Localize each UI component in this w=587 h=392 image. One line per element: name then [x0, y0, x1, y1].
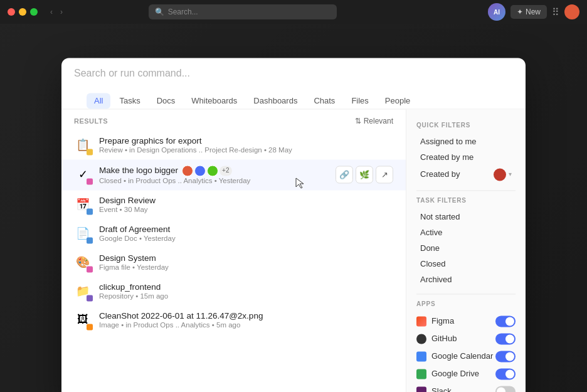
app-icon-slack: [416, 386, 426, 392]
assignee-avatar: [194, 165, 206, 176]
tab-docs[interactable]: Docs: [149, 93, 183, 109]
tab-all[interactable]: All: [87, 93, 110, 109]
nav-arrows: ‹ ›: [48, 6, 65, 18]
filter-closed[interactable]: Closed: [416, 256, 516, 272]
result-icon: 🎨: [74, 253, 92, 271]
result-title: clickup_frontend: [99, 282, 393, 292]
app-name-slack: Slack: [431, 386, 452, 392]
search-icon: 🔍: [155, 8, 164, 16]
sort-button[interactable]: ⇅ Relevant: [355, 117, 393, 125]
result-icon-badge: [87, 208, 93, 215]
tab-people[interactable]: People: [378, 93, 418, 109]
result-meta: Figma file • Yesterday: [99, 263, 393, 271]
result-item[interactable]: 📅Design ReviewEvent • 30 May: [61, 190, 406, 219]
traffic-lights: [8, 8, 38, 16]
search-input[interactable]: [74, 68, 513, 88]
app-name-gdrive: Google Drive: [431, 369, 479, 378]
grid-icon[interactable]: ⠿: [552, 6, 559, 18]
app-toggle-figma[interactable]: [495, 315, 516, 327]
app-icon-gdrive: [416, 369, 426, 379]
result-icon-badge: [87, 324, 93, 330]
quick-filters-label: QUICK FILTERS: [416, 122, 516, 129]
filter-created-by[interactable]: Created by ▾: [416, 165, 516, 184]
results-list: 📋Prepare graphics for exportReview • in …: [61, 130, 406, 334]
new-button[interactable]: ✦ New: [510, 5, 547, 19]
filter-done[interactable]: Done: [416, 240, 516, 256]
back-arrow[interactable]: ‹: [48, 6, 55, 18]
app-label-gcal: Google Calendar: [416, 351, 493, 361]
task-filters-label: TASK FILTERS: [416, 197, 516, 204]
app-name-gcal: Google Calendar: [431, 351, 493, 361]
filter-assigned-to-me[interactable]: Assigned to me: [416, 134, 516, 149]
tab-whiteboards[interactable]: Whiteboards: [184, 93, 245, 109]
star-icon: ✦: [517, 8, 523, 16]
result-icon: 📁: [74, 282, 92, 300]
result-title: Prepare graphics for export: [99, 136, 393, 146]
result-title: Draft of Agreement: [99, 225, 393, 234]
tab-dashboards[interactable]: Dashboards: [246, 93, 305, 109]
result-icon-badge: [87, 149, 93, 155]
result-item[interactable]: 🖼CleanShot 2022-06-01 at 11.26.47@2x.png…: [61, 305, 406, 334]
app-toggle-github[interactable]: [495, 333, 516, 344]
result-actions: 🔗🌿↗: [336, 166, 393, 183]
result-icon: 🖼: [74, 311, 92, 329]
app-toggle-gcal[interactable]: [495, 351, 516, 362]
close-button[interactable]: [8, 8, 15, 16]
minimize-button[interactable]: [19, 8, 26, 16]
result-icon: 📅: [74, 196, 92, 213]
filter-archived[interactable]: Archived: [416, 272, 516, 287]
result-title: Design Review: [99, 196, 393, 205]
chevron-down-icon: ▾: [509, 171, 512, 177]
app-name-figma: Figma: [431, 316, 454, 326]
tab-files[interactable]: Files: [344, 93, 376, 109]
app-label-gdrive: Google Drive: [416, 369, 479, 379]
app-label-github: GitHub: [416, 334, 457, 344]
app-toggle-gdrive[interactable]: [495, 368, 516, 379]
forward-arrow[interactable]: ›: [58, 6, 65, 18]
search-placeholder: Search...: [168, 8, 198, 16]
avatar-count: +2: [219, 166, 231, 176]
app-toggle-slack[interactable]: [495, 386, 516, 392]
search-modal: AllTasksDocsWhiteboardsDashboardsChatsFi…: [61, 58, 526, 392]
result-content: Design ReviewEvent • 30 May: [99, 196, 393, 213]
title-search-bar[interactable]: 🔍 Search...: [149, 4, 337, 19]
result-meta: Image • in Product Ops .. Analytics • 5m…: [99, 321, 393, 329]
result-item[interactable]: 📁clickup_frontendRepository • 15m ago: [61, 277, 406, 305]
results-label: RESULTS: [74, 117, 108, 125]
ai-badge[interactable]: AI: [488, 3, 505, 21]
result-icon-badge: [87, 237, 93, 243]
result-icon: ✓: [74, 166, 92, 183]
tab-tasks[interactable]: Tasks: [112, 93, 147, 109]
open-button[interactable]: ↗: [376, 166, 393, 183]
app-icon-gcal: [416, 351, 426, 361]
result-icon-badge: [87, 295, 93, 301]
filters-panel: QUICK FILTERS Assigned to me Created by …: [406, 109, 526, 392]
result-meta: Google Doc • Yesterday: [99, 235, 393, 242]
result-content: clickup_frontendRepository • 15m ago: [99, 282, 393, 300]
modal-search-area: AllTasksDocsWhiteboardsDashboardsChatsFi…: [61, 58, 526, 109]
maximize-button[interactable]: [30, 8, 38, 16]
result-item[interactable]: 🎨Design SystemFigma file • Yesterday: [61, 248, 406, 277]
result-content: Prepare graphics for exportReview • in D…: [99, 136, 393, 154]
filter-not-started[interactable]: Not started: [416, 209, 516, 225]
result-meta: Review • in Design Operations .. Project…: [99, 146, 393, 154]
app-icon-github: [416, 334, 426, 344]
copy-link-button[interactable]: 🔗: [336, 166, 353, 183]
app-row-figma: Figma: [416, 312, 516, 330]
app-row-gcal: Google Calendar: [416, 347, 516, 365]
result-icon-badge: [87, 266, 93, 272]
filter-active[interactable]: Active: [416, 225, 516, 240]
assignee-avatars: +2: [182, 165, 231, 176]
branch-button[interactable]: 🌿: [356, 166, 373, 183]
result-title: Make the logo bigger+2: [99, 165, 336, 176]
tab-chats[interactable]: Chats: [306, 93, 342, 109]
filter-created-by-me[interactable]: Created by me: [416, 149, 516, 165]
result-item[interactable]: 📄Draft of AgreementGoogle Doc • Yesterda…: [61, 219, 406, 248]
apps-list: FigmaGitHubGoogle CalendarGoogle DriveSl…: [416, 312, 516, 392]
result-item[interactable]: 📋Prepare graphics for exportReview • in …: [61, 130, 406, 159]
assignee-avatar: [207, 165, 218, 176]
result-title: Design System: [99, 253, 393, 263]
user-avatar[interactable]: [564, 4, 579, 19]
modal-body: RESULTS ⇅ Relevant 📋Prepare graphics for…: [61, 109, 526, 392]
result-item[interactable]: ✓Make the logo bigger+2Closed • in Produ…: [61, 159, 406, 190]
